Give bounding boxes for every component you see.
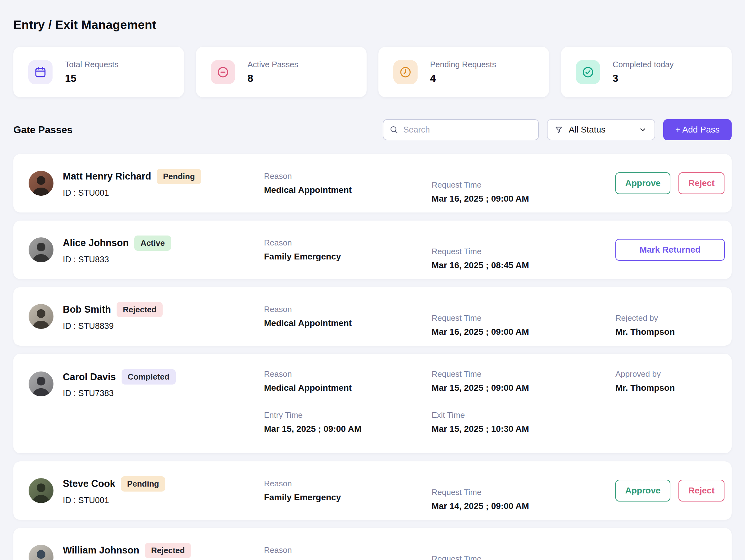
person-cell: Bob Smith Rejected ID : STU8839 <box>29 302 264 331</box>
rejected-by-field: Rejected by Mr. Thompson <box>615 313 719 337</box>
person-cell: Matt Henry Richard Pending ID : STU001 <box>29 169 264 198</box>
person-name: Matt Henry Richard <box>63 171 151 182</box>
request-time-field: Request Time Mar 16, 2025 ; 08:45 AM <box>431 247 615 270</box>
section-title: Gate Passes <box>13 124 72 136</box>
calendar-icon <box>28 60 53 84</box>
gate-pass-list: Matt Henry Richard Pending ID : STU001 R… <box>13 154 732 560</box>
stat-card-pending-requests: Pending Requests 4 <box>379 46 549 97</box>
request-time-field: Request Time Mar 15, 2025 ; 09:00 AM <box>431 369 615 393</box>
add-pass-button[interactable]: + Add Pass <box>663 119 732 140</box>
request-time-field: Request Time Mar 14, 2025 ; 09:00 AM <box>431 488 615 511</box>
person-cell: Alice Johnson Active ID : STU833 <box>29 236 264 265</box>
person-name: Bob Smith <box>63 304 111 315</box>
request-time-field: Request Time Mar 16, 2025 ; 09:00 AM <box>431 313 615 337</box>
request-time-field: Request Time Mar 13, 2025 ; 09:00 AM <box>431 554 615 560</box>
search-input[interactable] <box>383 119 539 140</box>
reason-field: Reason Medical Appointment <box>264 172 431 195</box>
gate-pass-row: William Johnson Rejected ID : STU536 Rea… <box>13 528 732 560</box>
status-badge: Pending <box>157 169 201 184</box>
status-filter-select[interactable]: All Status <box>547 119 655 140</box>
avatar <box>29 478 54 503</box>
person-name: Alice Johnson <box>63 238 129 249</box>
actions-cell: Mark Returned <box>615 239 725 261</box>
person-cell: William Johnson Rejected ID : STU536 <box>29 543 264 560</box>
stat-label: Pending Requests <box>430 60 496 69</box>
mark-returned-button[interactable]: Mark Returned <box>615 239 725 261</box>
gate-passes-header: Gate Passes All Status + Add Pass <box>13 119 732 140</box>
status-badge: Completed <box>122 369 176 384</box>
gate-pass-row: Bob Smith Rejected ID : STU8839 Reason M… <box>13 287 732 346</box>
minus-circle-icon <box>211 60 235 84</box>
approved-by-field: Approved by Mr. Thompson <box>615 369 719 393</box>
stat-label: Active Passes <box>248 60 298 69</box>
person-id: ID : STU7383 <box>63 388 176 398</box>
stat-value: 8 <box>248 72 298 84</box>
reason-field: Reason Sports Event <box>264 546 431 560</box>
reason-field: Reason Medical Appointment <box>264 369 431 393</box>
reason-field: Reason Medical Appointment <box>264 305 431 328</box>
gate-pass-row: Steve Cook Pending ID : STU001 Reason Fa… <box>13 461 732 520</box>
status-badge: Rejected <box>145 543 191 558</box>
reason-field: Reason Family Emergency <box>264 479 431 502</box>
approve-button[interactable]: Approve <box>615 480 670 501</box>
avatar <box>29 238 54 262</box>
stat-label: Completed today <box>613 60 674 69</box>
stat-label: Total Requests <box>65 60 119 69</box>
stat-card-total-requests: Total Requests 15 <box>13 46 184 97</box>
stat-value: 3 <box>613 72 674 84</box>
person-name: Steve Cook <box>63 478 116 489</box>
entry-time-field: Entry Time Mar 15, 2025 ; 09:00 AM <box>264 410 431 434</box>
stats-row: Total Requests 15 Active Passes 8 <box>13 46 732 97</box>
person-cell: Steve Cook Pending ID : STU001 <box>29 476 264 505</box>
stat-value: 15 <box>65 72 119 84</box>
actions-cell: Approve Reject <box>615 480 724 501</box>
status-badge: Active <box>134 236 171 251</box>
request-time-field: Request Time Mar 16, 2025 ; 09:00 AM <box>431 180 615 204</box>
chevron-down-icon <box>638 125 647 134</box>
gate-pass-row: Carol Davis Completed ID : STU7383 Reaso… <box>13 354 732 453</box>
avatar <box>29 545 54 560</box>
filter-icon <box>554 125 563 134</box>
avatar <box>29 171 54 196</box>
approve-button[interactable]: Approve <box>615 173 670 194</box>
reject-button[interactable]: Reject <box>678 173 724 194</box>
person-id: ID : STU001 <box>63 188 201 198</box>
page-title: Entry / Exit Management <box>13 0 732 32</box>
reject-button[interactable]: Reject <box>678 480 724 501</box>
gate-pass-row: Matt Henry Richard Pending ID : STU001 R… <box>13 154 732 213</box>
check-circle-icon <box>576 60 600 84</box>
status-badge: Pending <box>121 476 165 492</box>
avatar <box>29 371 54 396</box>
person-cell: Carol Davis Completed ID : STU7383 <box>29 369 264 398</box>
person-name: William Johnson <box>63 545 139 556</box>
avatar <box>29 304 54 329</box>
entry-exit-management-page: Entry / Exit Management Total Requests 1… <box>0 0 745 560</box>
stat-card-completed-today: Completed today 3 <box>561 46 732 97</box>
person-id: ID : STU833 <box>63 255 171 265</box>
status-badge: Rejected <box>117 302 163 317</box>
actions-cell: Approve Reject <box>615 173 724 194</box>
person-name: Carol Davis <box>63 371 116 383</box>
search-icon <box>390 125 398 134</box>
clock-icon <box>393 60 418 84</box>
stat-card-active-passes: Active Passes 8 <box>196 46 366 97</box>
reason-field: Reason Family Emergency <box>264 238 431 262</box>
stat-value: 4 <box>430 72 496 84</box>
exit-time-field: Exit Time Mar 15, 2025 ; 10:30 AM <box>431 410 615 434</box>
person-id: ID : STU8839 <box>63 321 163 331</box>
toolbar: All Status + Add Pass <box>383 119 732 140</box>
gate-pass-row: Alice Johnson Active ID : STU833 Reason … <box>13 221 732 279</box>
search-box <box>383 119 539 140</box>
person-id: ID : STU001 <box>63 496 165 505</box>
status-filter-value: All Status <box>569 125 605 135</box>
